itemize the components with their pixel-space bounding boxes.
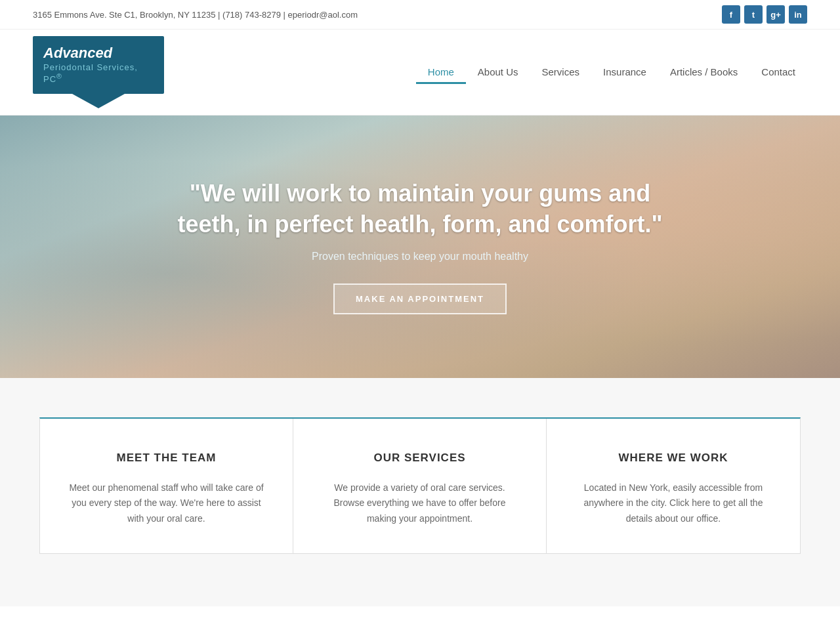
nav-services[interactable]: Services [530,60,592,84]
top-bar: 3165 Emmons Ave. Ste C1, Brooklyn, NY 11… [0,0,840,30]
nav-contact[interactable]: Contact [749,60,807,84]
nav-about[interactable]: About Us [466,60,530,84]
cta-button[interactable]: MAKE AN APPOINTMENT [333,284,507,314]
feature-card-location: WHERE WE WORK Located in New York, easil… [547,419,800,553]
contact-text: 3165 Emmons Ave. Ste C1, Brooklyn, NY 11… [33,10,358,20]
nav-home[interactable]: Home [416,60,466,84]
feature-title-services: OUR SERVICES [320,452,520,465]
logo: Advanced Periodontal Services, PC® [33,36,164,108]
feature-text-location: Located in New York, easily accessible f… [573,480,774,527]
googleplus-icon[interactable]: g+ [766,5,785,24]
hero-section: "We will work to maintain your gums and … [0,116,840,378]
logo-line2: Periodontal Services, PC® [43,62,154,84]
linkedin-icon[interactable]: in [789,5,807,24]
header: Advanced Periodontal Services, PC® Home … [0,30,840,116]
hero-subheading: Proven techniques to keep your mouth hea… [158,251,682,262]
feature-title-team: MEET THE TEAM [66,452,266,465]
features-grid: MEET THE TEAM Meet our phenomenal staff … [39,417,801,554]
features-section: MEET THE TEAM Meet our phenomenal staff … [0,378,840,606]
feature-text-services: We provide a variety of oral care servic… [320,480,520,527]
hero-content: "We will work to maintain your gums and … [158,178,682,314]
social-icons-group: f t g+ in [722,5,807,24]
nav-articles[interactable]: Articles / Books [658,60,749,84]
hero-heading: "We will work to maintain your gums and … [158,178,682,240]
twitter-icon[interactable]: t [744,5,763,24]
facebook-icon[interactable]: f [722,5,740,24]
feature-text-team: Meet our phenomenal staff who will take … [66,480,266,527]
nav-insurance[interactable]: Insurance [591,60,658,84]
logo-line1: Advanced [43,45,154,61]
feature-title-location: WHERE WE WORK [573,452,774,465]
feature-card-team: MEET THE TEAM Meet our phenomenal staff … [40,419,293,553]
feature-card-services: OUR SERVICES We provide a variety of ora… [293,419,547,553]
logo-box: Advanced Periodontal Services, PC® [33,36,164,94]
contact-info: 3165 Emmons Ave. Ste C1, Brooklyn, NY 11… [33,10,358,20]
main-nav: Home About Us Services Insurance Article… [416,60,807,84]
logo-diamond [72,94,125,108]
